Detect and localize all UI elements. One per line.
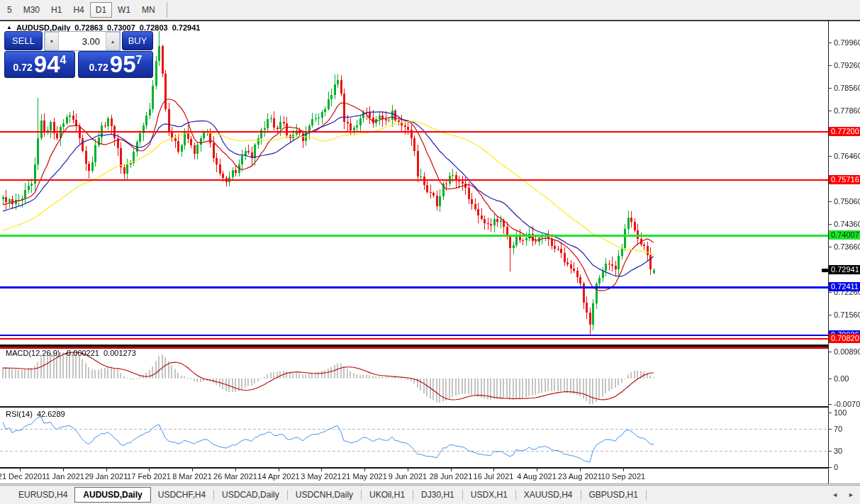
sell-button-label: SELL [12,35,35,46]
one-click-trade-panel: SELL ▼ ▲ BUY 0.72 94 4 0.72 95 7 [4,31,153,78]
price-tick-0.79960: 0.79960 [834,38,860,47]
tab-separator [213,490,214,500]
tab-usdcad-daily[interactable]: USDCAD,Daily [215,487,286,503]
rsi-tick-0: 0 [834,463,838,471]
rsi-indicator-title: RSI(14) 42.6289 [6,410,65,418]
tab-scroll-arrows: ◄ ► [832,491,854,498]
date-label-4-Aug-2021: 4 Aug 2021 [514,472,559,481]
sell-button[interactable]: SELL [4,31,43,50]
tab-separator [361,490,362,500]
tab-scroll-left-icon[interactable]: ◄ [832,491,838,498]
volume-stepper: ▼ ▲ [44,31,121,51]
tab-dj30-h1[interactable]: DJ30,H1 [414,487,462,503]
date-label-29-Jan-2021: 29 Jan 2021 [84,472,129,481]
buy-price-prefix: 0.72 [89,62,108,73]
timeframe-toolbar: 5 M30 H1 H4 D1 W1 MN [0,0,860,20]
rsi-tick-100: 100 [834,408,847,417]
date-label-10-Sep-2021: 10 Sep 2021 [601,472,646,481]
volume-input[interactable] [59,32,106,50]
timeframe-h1[interactable]: H1 [45,2,67,18]
date-label-11-Jan-2021: 11 Jan 2021 [40,472,86,481]
date-label-21-Dec-2020: 21 Dec 2020 [0,472,43,481]
date-label-26-Mar-2021: 26 Mar 2021 [213,472,258,481]
buy-price-quote[interactable]: 0.72 95 7 [78,51,153,78]
timeframe-w1[interactable]: W1 [112,2,136,18]
tab-ukoil-h1[interactable]: UKOil,H1 [362,487,412,503]
date-label-23-Aug-2021: 23 Aug 2021 [557,472,603,481]
price-marker-0.72941: 0.72941 [829,265,860,274]
tab-usdcnh-daily[interactable]: USDCNH,Daily [289,487,360,503]
volume-increase-icon[interactable]: ▲ [106,32,120,50]
timeframe-mn[interactable]: MN [136,2,161,18]
price-tick-0.73660: 0.73660 [834,242,860,251]
macd-tick-0.00: 0.00 [834,374,849,383]
date-label-17-Feb-2021: 17 Feb 2021 [126,472,172,481]
tab-usdx-h1[interactable]: USDX,H1 [464,487,515,503]
macd-tick--0.007013: -0.007013 [834,400,860,408]
macd-value-main: -0.000221 [64,349,99,357]
date-axis: 21 Dec 202011 Jan 202129 Jan 202117 Feb … [0,468,828,483]
buy-button[interactable]: BUY [122,31,153,50]
toolbar-separator [167,2,167,18]
sell-price-quote[interactable]: 0.72 94 4 [4,51,75,78]
tab-usdchf-h4[interactable]: USDCHF,H4 [151,487,213,503]
rsi-tick-70: 70 [834,425,842,433]
tab-separator [581,490,581,500]
date-label-14-Apr-2021: 14 Apr 2021 [256,472,301,481]
date-label-28-Jun-2021: 28 Jun 2021 [428,472,474,481]
price-tick-0.75060: 0.75060 [834,197,860,206]
price-axis: 0.799600.792600.785600.778600.764600.750… [828,0,860,484]
price-tick-0.71560: 0.71560 [834,310,860,319]
macd-indicator-title: MACD(12,26,9) -0.000221 0.001273 [6,349,136,357]
rsi-label: RSI(14) [6,410,33,418]
timeframe-m5[interactable]: 5 [1,2,18,18]
price-marker-0.77200: 0.77200 [829,127,860,136]
macd-label: MACD(12,26,9) [6,349,60,357]
price-tick-0.78560: 0.78560 [834,84,860,92]
rsi-tick-30: 30 [834,447,842,455]
timeframe-m30[interactable]: M30 [18,2,45,18]
date-label-9-Jun-2021: 9 Jun 2021 [385,472,430,481]
timeframe-h4[interactable]: H4 [67,2,89,18]
price-marker-0.75716: 0.75716 [829,175,860,184]
buy-price-pip: 7 [136,54,143,67]
tab-eurusd-h4[interactable]: EURUSD,H4 [11,487,74,503]
tab-audusd-daily[interactable]: AUDUSD,Daily [74,487,150,503]
macd-value-signal: 0.001273 [104,349,136,357]
buy-price-big: 95 [110,54,136,75]
tab-separator [646,490,647,500]
date-label-8-Mar-2021: 8 Mar 2021 [169,472,215,481]
price-tick-0.74360: 0.74360 [834,220,860,228]
timeframe-d1[interactable]: D1 [90,2,112,18]
symbol-tabbar: EURUSD,H4 AUDUSD,Daily USDCHF,H4 USDCAD,… [0,485,860,504]
date-label-3-May-2021: 3 May 2021 [298,472,344,481]
tab-separator [515,490,516,500]
price-tick-0.76460: 0.76460 [834,152,860,160]
ohlc-close: 0.72941 [172,23,201,32]
price-tick-0.79260: 0.79260 [834,61,860,69]
rsi-value: 42.6289 [37,410,65,418]
sell-price-prefix: 0.72 [13,62,33,73]
collapse-icon[interactable]: ▲ [6,24,12,30]
buy-button-label: BUY [128,35,147,46]
price-marker-0.72411: 0.72411 [829,282,860,291]
price-marker-0.74007: 0.74007 [829,230,860,240]
price-marker-0.70820: 0.70820 [829,334,860,343]
price-tick-0.77860: 0.77860 [834,106,860,115]
macd-tick-0.008904: 0.008904 [834,347,860,356]
tab-separator [462,490,463,500]
volume-decrease-icon[interactable]: ▼ [45,32,59,50]
sell-price-pip: 4 [60,54,67,67]
sell-price-big: 94 [34,54,60,75]
tab-xauusd-h4[interactable]: XAUUSD,H4 [517,487,580,503]
date-label-21-May-2021: 21 May 2021 [342,472,387,481]
tab-scroll-right-icon[interactable]: ► [848,491,854,498]
tab-separator [413,490,413,500]
tab-gbpusd-h1[interactable]: GBPUSD,H1 [582,487,645,503]
date-label-16-Jul-2021: 16 Jul 2021 [471,472,516,481]
tab-separator [287,490,288,500]
